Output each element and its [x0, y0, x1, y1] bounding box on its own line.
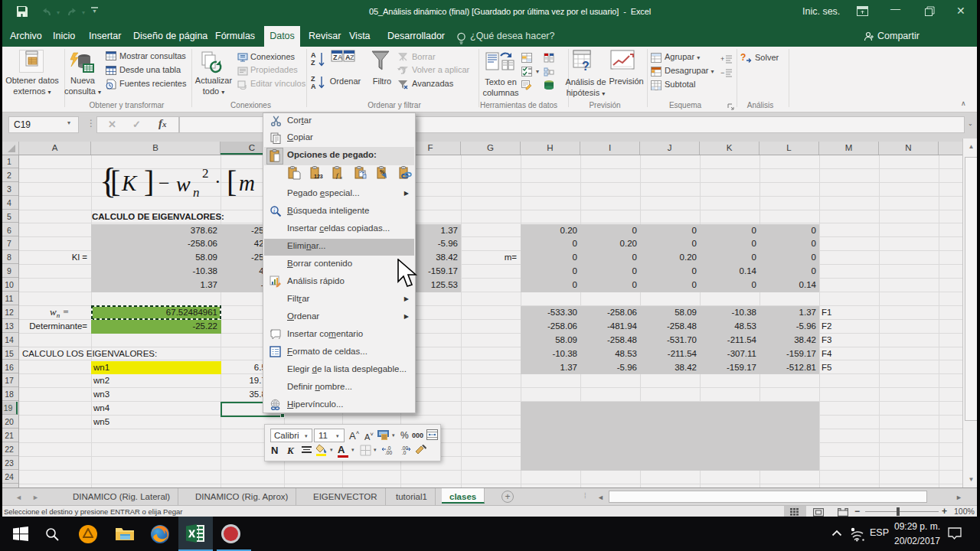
svg-text:−: −: [720, 69, 724, 77]
svg-text:Z: Z: [311, 59, 315, 67]
svg-text:123: 123: [314, 174, 323, 179]
svg-text:+: +: [720, 55, 724, 63]
svg-text:?: ?: [740, 52, 746, 63]
svg-text:i: i: [273, 207, 275, 214]
svg-text:.00: .00: [385, 450, 392, 455]
svg-text:A: A: [311, 83, 316, 90]
svg-text:A: A: [311, 51, 316, 59]
svg-text:Z: Z: [350, 54, 354, 61]
svg-text:.0: .0: [402, 450, 407, 455]
svg-text:?: ?: [582, 60, 590, 73]
svg-text:A: A: [338, 54, 343, 61]
svg-text:x: x: [339, 174, 343, 181]
svg-text:Z: Z: [311, 75, 315, 83]
